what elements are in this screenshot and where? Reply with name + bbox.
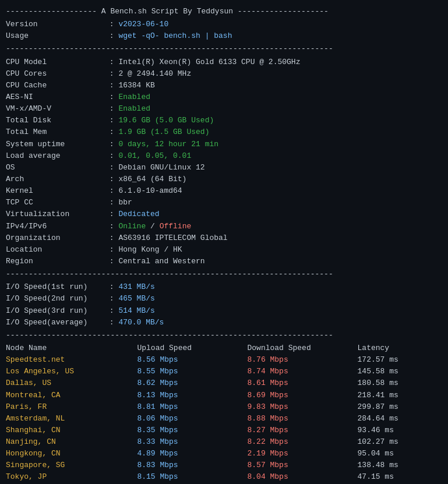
col-download-header: Download Speed [247, 342, 357, 354]
org-line: Organization : AS63916 IPTELECOM Global [6, 232, 442, 244]
speed-download-2: 8.61 Mbps [247, 377, 357, 389]
virt-label: Virtualization [6, 209, 105, 220]
region-label: Region [6, 256, 105, 267]
io-avg-label: I/O Speed(average) [6, 317, 105, 328]
ipv-sep: / [146, 221, 159, 232]
usage-value: wget -qO- bench.sh | bash [118, 30, 232, 42]
speed-upload-2: 8.62 Mbps [137, 377, 247, 389]
speed-upload-10: 8.15 Mbps [137, 471, 247, 483]
kernel-value: 6.1.0-10-amd64 [118, 185, 182, 197]
io-run3-line: I/O Speed(3rd run) : 514 MB/s [6, 305, 442, 317]
virt-line: Virtualization : Dedicated [6, 209, 442, 220]
speed-download-3: 8.69 Mbps [247, 390, 357, 401]
speed-upload-1: 8.55 Mbps [137, 366, 247, 377]
arch-line: Arch : x86_64 (64 Bit) [6, 174, 442, 185]
speed-table-row: Tokyo, JP8.15 Mbps8.04 Mbps47.15 ms [6, 471, 442, 483]
version-value: v2023-06-10 [118, 19, 168, 30]
io-run3-label: I/O Speed(3rd run) [6, 305, 105, 317]
speed-upload-7: 8.33 Mbps [137, 436, 247, 448]
speed-table-header: Node Name Upload Speed Download Speed La… [6, 342, 442, 354]
divider-2: ----------------------------------------… [6, 269, 442, 280]
speed-latency-4: 299.87 ms [358, 401, 442, 413]
speed-latency-9: 138.48 ms [358, 460, 442, 471]
speed-download-6: 8.27 Mbps [247, 425, 357, 436]
cpu-cores-value: 2 @ 2494.140 MHz [118, 68, 191, 80]
load-label: Load average [6, 150, 105, 162]
speed-table-row: Speedtest.net8.56 Mbps8.76 Mbps172.57 ms [6, 354, 442, 366]
speed-table: Node Name Upload Speed Download Speed La… [6, 342, 442, 483]
col-latency-header: Latency [358, 342, 442, 354]
speed-latency-1: 145.58 ms [358, 366, 442, 377]
speed-upload-3: 8.13 Mbps [137, 390, 247, 401]
os-value: Debian GNU/Linux 12 [118, 162, 204, 174]
speed-download-5: 8.88 Mbps [247, 413, 357, 425]
vmamd-label: VM-x/AMD-V [6, 103, 105, 115]
speed-download-0: 8.76 Mbps [247, 354, 357, 366]
speed-node-4: Paris, FR [6, 401, 137, 413]
speed-latency-6: 93.46 ms [358, 425, 442, 436]
cpu-model-line: CPU Model : Intel(R) Xeon(R) Gold 6133 C… [6, 56, 442, 68]
ipv-offline: Offline [160, 221, 192, 232]
speed-node-9: Singapore, SG [6, 460, 137, 471]
speed-node-5: Amsterdam, NL [6, 413, 137, 425]
speed-upload-5: 8.06 Mbps [137, 413, 247, 425]
speed-table-body: Speedtest.net8.56 Mbps8.76 Mbps172.57 ms… [6, 354, 442, 483]
speed-node-0: Speedtest.net [6, 354, 137, 366]
speed-download-4: 9.83 Mbps [247, 401, 357, 413]
virt-value: Dedicated [118, 209, 159, 220]
speed-latency-0: 172.57 ms [358, 354, 442, 366]
uptime-line: System uptime : 0 days, 12 hour 21 min [6, 139, 442, 150]
ipv-label: IPv4/IPv6 [6, 221, 105, 232]
usage-line: Usage : wget -qO- bench.sh | bash [6, 30, 442, 42]
speed-latency-7: 102.27 ms [358, 436, 442, 448]
speed-table-row: Dallas, US8.62 Mbps8.61 Mbps180.58 ms [6, 377, 442, 389]
speed-latency-5: 284.64 ms [358, 413, 442, 425]
ipv-line: IPv4/IPv6 : Online / Offline [6, 221, 442, 232]
terminal: -------------------- A Bench.sh Script B… [6, 6, 442, 484]
io-run1-line: I/O Speed(1st run) : 431 MB/s [6, 281, 442, 293]
divider-3: ----------------------------------------… [6, 330, 442, 341]
speed-node-6: Shanghai, CN [6, 425, 137, 436]
usage-label: Usage [6, 30, 105, 42]
col-node-header: Node Name [6, 342, 137, 354]
speed-latency-3: 218.41 ms [358, 390, 442, 401]
mem-label: Total Mem [6, 126, 105, 138]
speed-download-8: 2.19 Mbps [247, 448, 357, 460]
speed-table-row: Montreal, CA8.13 Mbps8.69 Mbps218.41 ms [6, 390, 442, 401]
speed-node-10: Tokyo, JP [6, 471, 137, 483]
aes-label: AES-NI [6, 91, 105, 103]
speed-table-row: Paris, FR8.81 Mbps9.83 Mbps299.87 ms [6, 401, 442, 413]
cpu-cores-line: CPU Cores : 2 @ 2494.140 MHz [6, 68, 442, 80]
io-avg-value: 470.0 MB/s [118, 317, 164, 328]
version-line: Version : v2023-06-10 [6, 19, 442, 30]
speed-node-3: Montreal, CA [6, 390, 137, 401]
speed-table-row: Amsterdam, NL8.06 Mbps8.88 Mbps284.64 ms [6, 413, 442, 425]
arch-value: x86_64 (64 Bit) [118, 174, 186, 185]
load-value: 0.01, 0.05, 0.01 [118, 150, 191, 162]
cpu-model-value: Intel(R) Xeon(R) Gold 6133 CPU @ 2.50GHz [118, 56, 300, 68]
os-label: OS [6, 162, 105, 174]
ipv-online: Online [118, 221, 146, 232]
loc-line: Location : Hong Kong / HK [6, 244, 442, 256]
speed-node-1: Los Angeles, US [6, 366, 137, 377]
speed-download-7: 8.22 Mbps [247, 436, 357, 448]
divider-1: ----------------------------------------… [6, 43, 442, 55]
speed-node-7: Nanjing, CN [6, 436, 137, 448]
os-line: OS : Debian GNU/Linux 12 [6, 162, 442, 174]
region-value: Central and Western [118, 256, 204, 267]
speed-download-10: 8.04 Mbps [247, 471, 357, 483]
loc-label: Location [6, 244, 105, 256]
speed-latency-2: 180.58 ms [358, 377, 442, 389]
speed-upload-9: 8.83 Mbps [137, 460, 247, 471]
vmamd-value: Enabled [118, 103, 150, 115]
vmamd-line: VM-x/AMD-V : Enabled [6, 103, 442, 115]
speed-upload-8: 4.89 Mbps [137, 448, 247, 460]
speed-download-9: 8.57 Mbps [247, 460, 357, 471]
speed-table-row: Los Angeles, US8.55 Mbps8.74 Mbps145.58 … [6, 366, 442, 377]
speed-table-row: Singapore, SG8.83 Mbps8.57 Mbps138.48 ms [6, 460, 442, 471]
header-divider-top: -------------------- A Bench.sh Script B… [6, 6, 442, 17]
load-line: Load average : 0.01, 0.05, 0.01 [6, 150, 442, 162]
version-label: Version [6, 19, 105, 30]
mem-value: 1.9 GB (1.5 GB Used) [118, 126, 209, 138]
speed-upload-0: 8.56 Mbps [137, 354, 247, 366]
